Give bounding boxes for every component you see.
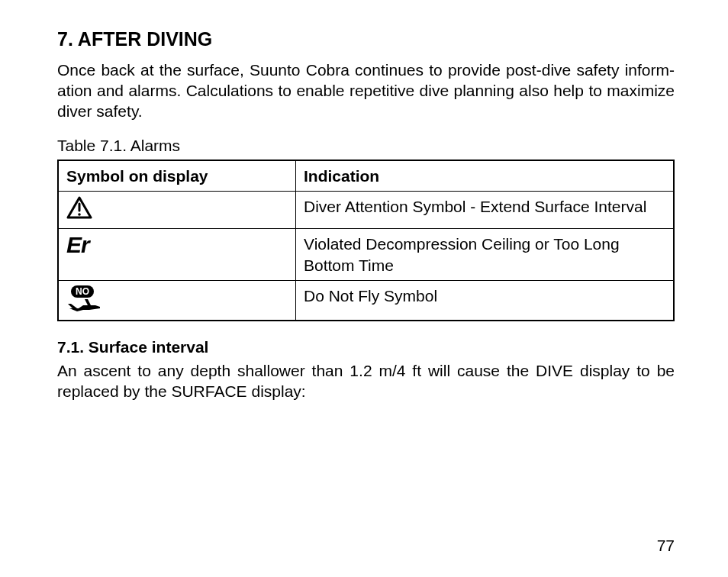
table-row: Diver Attention Symbol - Extend Surface …: [58, 191, 674, 228]
table-header-row: Symbol on display Indication: [58, 160, 674, 192]
indication-cell: Violated Decompression Ceiling or Too Lo…: [296, 229, 675, 281]
svg-point-2: [78, 213, 81, 216]
header-symbol: Symbol on display: [58, 160, 296, 192]
warning-triangle-icon: [66, 196, 92, 224]
alarms-table: Symbol on display Indication Diver Atten…: [57, 160, 675, 321]
table-row: NO Do Not Fly Symbol: [58, 280, 674, 321]
table-caption: Table 7.1. Alarms: [57, 135, 675, 156]
er-icon: Er: [66, 234, 89, 256]
section-heading: 7. AFTER DIVING: [57, 27, 675, 52]
indication-cell: Diver Attention Symbol - Extend Surface …: [296, 191, 675, 228]
indication-cell: Do Not Fly Symbol: [296, 280, 675, 321]
table-row: Er Violated Decompression Ceiling or Too…: [58, 229, 674, 281]
page-number: 77: [657, 535, 675, 556]
no-label: NO: [76, 286, 89, 297]
subsection-body: An ascent to any depth shallower than 1.…: [57, 360, 675, 402]
svg-marker-5: [85, 299, 91, 305]
intro-paragraph: Once back at the surface, Suunto Cobra c…: [57, 60, 675, 122]
header-indication: Indication: [296, 160, 675, 192]
no-fly-icon: NO: [66, 285, 103, 315]
subsection-heading: 7.1. Surface interval: [57, 337, 675, 357]
